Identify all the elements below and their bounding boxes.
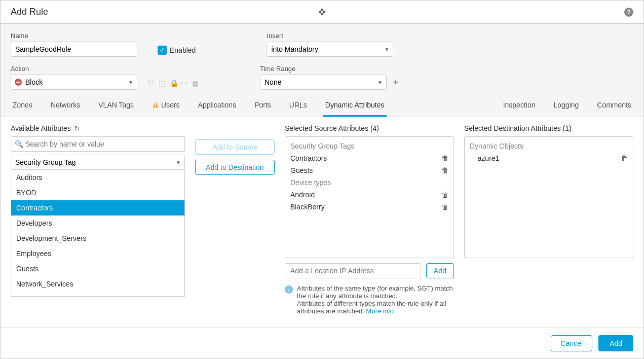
list-item[interactable]: Development_Servers bbox=[11, 231, 184, 246]
tab-users[interactable]: Users bbox=[150, 95, 182, 117]
info-icon: i bbox=[285, 285, 293, 294]
content-area: Available Attributes ↻ 🔍 Security Group … bbox=[1, 117, 643, 328]
tabs-left: Zones Networks VLAN Tags Users Applicati… bbox=[11, 95, 387, 117]
add-to-source-button[interactable]: Add to Source bbox=[195, 139, 275, 155]
name-input[interactable] bbox=[11, 42, 137, 57]
trash-icon[interactable]: 🗑 bbox=[441, 154, 448, 162]
lock-icon: 🔒 bbox=[170, 79, 178, 87]
selected-item: __azure1 🗑 bbox=[470, 152, 628, 164]
tab-dynamic-attributes[interactable]: Dynamic Attributes bbox=[323, 95, 387, 117]
selected-item: Android 🗑 bbox=[290, 189, 448, 201]
tab-urls[interactable]: URLs bbox=[287, 95, 309, 117]
list-item[interactable]: BYOD bbox=[11, 185, 184, 200]
group-title: Security Group Tags bbox=[290, 140, 448, 152]
block-icon bbox=[15, 79, 22, 86]
list-item[interactable]: Network_Services bbox=[11, 276, 184, 292]
action-label: Action bbox=[11, 65, 137, 73]
insert-label: Insert bbox=[267, 32, 393, 40]
tab-inspection[interactable]: Inspection bbox=[501, 95, 538, 117]
info-text: Attributes of the same type (for example… bbox=[297, 284, 454, 315]
attribute-type-select[interactable]: Security Group Tag bbox=[11, 155, 185, 170]
tab-networks[interactable]: Networks bbox=[49, 95, 82, 117]
available-column: Available Attributes ↻ 🔍 Security Group … bbox=[11, 124, 185, 320]
name-label: Name bbox=[11, 32, 137, 40]
search-icon: 🔍 bbox=[15, 140, 23, 148]
selected-item: Guests 🗑 bbox=[290, 164, 448, 176]
destination-title: Selected Destination Attributes (1) bbox=[464, 124, 633, 132]
action-icon-row: 🛡 ⬚ 🔒 ▭ ▤ bbox=[147, 79, 200, 87]
refresh-icon[interactable]: ↻ bbox=[74, 124, 80, 132]
cancel-button[interactable]: Cancel bbox=[551, 335, 592, 351]
time-range-select[interactable]: None bbox=[260, 75, 387, 90]
log-icon: ▤ bbox=[192, 79, 200, 87]
list-item[interactable]: Guests bbox=[11, 261, 184, 276]
variable-icon: ⬚ bbox=[159, 79, 167, 87]
selected-item: BlackBerry 🗑 bbox=[290, 201, 448, 213]
source-list: Security Group Tags Contractors 🗑 Guests… bbox=[285, 136, 454, 258]
dialog-header: Add Rule ✥ ? bbox=[1, 1, 643, 24]
trash-icon[interactable]: 🗑 bbox=[441, 203, 448, 211]
item-label: BlackBerry bbox=[290, 203, 325, 211]
add-location-button[interactable]: Add bbox=[426, 263, 454, 278]
destination-column: Selected Destination Attributes (1) Dyna… bbox=[464, 124, 633, 320]
list-item[interactable]: Developers bbox=[11, 216, 184, 231]
tab-vlan-tags[interactable]: VLAN Tags bbox=[96, 95, 136, 117]
source-column: Selected Source Attributes (4) Security … bbox=[285, 124, 454, 320]
search-input[interactable] bbox=[11, 136, 185, 152]
tab-applications[interactable]: Applications bbox=[196, 95, 239, 117]
item-label: Contractors bbox=[290, 154, 327, 162]
tab-comments[interactable]: Comments bbox=[595, 95, 633, 117]
add-rule-dialog: Add Rule ✥ ? Name ✓ Enabled Insert into … bbox=[0, 0, 644, 359]
tab-logging[interactable]: Logging bbox=[551, 95, 581, 117]
list-item[interactable]: Auditors bbox=[11, 170, 184, 185]
item-label: __azure1 bbox=[470, 154, 499, 162]
tab-zones[interactable]: Zones bbox=[11, 95, 34, 117]
selected-item: Contractors 🗑 bbox=[290, 152, 448, 164]
source-title: Selected Source Attributes (4) bbox=[285, 124, 454, 132]
attribute-list[interactable]: Auditors BYOD Contractors Developers Dev… bbox=[11, 170, 185, 297]
item-label: Guests bbox=[290, 166, 313, 174]
group-title: Dynamic Objects bbox=[470, 140, 628, 152]
drag-handle-icon[interactable]: ✥ bbox=[318, 7, 326, 18]
list-item[interactable]: Contractors bbox=[11, 200, 184, 216]
list-item[interactable]: Employees bbox=[11, 246, 184, 261]
info-row: i Attributes of the same type (for examp… bbox=[285, 284, 454, 315]
warning-icon bbox=[152, 101, 159, 109]
group-title: Device types bbox=[290, 176, 448, 189]
tab-ports[interactable]: Ports bbox=[252, 95, 273, 117]
action-select[interactable]: Block bbox=[11, 75, 137, 90]
form-area: Name ✓ Enabled Insert into Mandatory ▼ A… bbox=[1, 24, 643, 95]
location-ip-input[interactable] bbox=[285, 263, 421, 278]
available-title-text: Available Attributes bbox=[11, 124, 71, 132]
trash-icon[interactable]: 🗑 bbox=[441, 166, 448, 174]
dialog-title: Add Rule bbox=[11, 7, 48, 17]
add-to-destination-button[interactable]: Add to Destination bbox=[195, 160, 275, 175]
destination-list: Dynamic Objects __azure1 🗑 bbox=[464, 136, 633, 258]
transfer-buttons: Add to Source Add to Destination bbox=[195, 124, 275, 320]
file-icon: ▭ bbox=[181, 79, 189, 87]
dialog-footer: Cancel Add bbox=[1, 328, 643, 358]
tabs-right: Inspection Logging Comments bbox=[501, 95, 633, 117]
add-button[interactable]: Add bbox=[598, 335, 633, 351]
trash-icon[interactable]: 🗑 bbox=[441, 191, 448, 199]
svg-rect-1 bbox=[155, 103, 156, 105]
trash-icon[interactable]: 🗑 bbox=[621, 154, 628, 162]
svg-rect-2 bbox=[155, 106, 156, 107]
available-title: Available Attributes ↻ bbox=[11, 124, 185, 132]
enabled-checkbox[interactable]: ✓ bbox=[158, 46, 167, 55]
insert-select[interactable]: into Mandatory bbox=[267, 42, 393, 57]
item-label: Android bbox=[290, 191, 315, 199]
more-info-link[interactable]: More info bbox=[366, 307, 394, 315]
shield-icon: 🛡 bbox=[147, 79, 156, 87]
time-range-label: Time Range bbox=[260, 65, 402, 73]
help-icon[interactable]: ? bbox=[624, 8, 633, 17]
enabled-label: Enabled bbox=[170, 46, 196, 54]
info-line1: Attributes of the same type (for example… bbox=[297, 284, 453, 300]
add-time-range-button[interactable]: ＋ bbox=[390, 76, 402, 88]
tabs: Zones Networks VLAN Tags Users Applicati… bbox=[1, 95, 643, 117]
tab-users-label: Users bbox=[161, 101, 180, 109]
